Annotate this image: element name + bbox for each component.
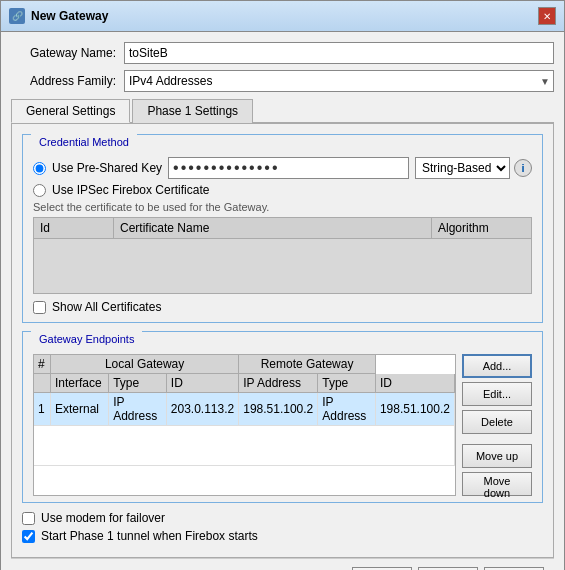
row-num: 1 bbox=[34, 393, 50, 426]
col-rid: ID bbox=[375, 374, 454, 393]
modem-failover-checkbox[interactable] bbox=[22, 512, 35, 525]
tab-general-content: Credential Method Use Pre-Shared Key Str… bbox=[11, 123, 554, 558]
cert-col-id: Id bbox=[34, 218, 114, 239]
empty-row bbox=[34, 426, 455, 466]
col-type: Type bbox=[109, 374, 167, 393]
cert-col-name: Certificate Name bbox=[114, 218, 432, 239]
row-rtype: IP Address bbox=[318, 393, 376, 426]
start-phase1-checkbox[interactable] bbox=[22, 530, 35, 543]
tab-phase1[interactable]: Phase 1 Settings bbox=[132, 99, 253, 123]
cert-description: Select the certificate to be used for th… bbox=[33, 201, 532, 213]
address-family-select[interactable]: IPv4 Addresses IPv6 Addresses bbox=[124, 70, 554, 92]
col-num-sub bbox=[34, 374, 50, 393]
row-interface: External bbox=[50, 393, 108, 426]
cert-empty-cell bbox=[34, 239, 532, 294]
start-phase1-label: Start Phase 1 tunnel when Firebox starts bbox=[41, 529, 258, 543]
info-button[interactable]: i bbox=[514, 159, 532, 177]
credential-section-title: Credential Method bbox=[31, 134, 137, 150]
psk-type-select[interactable]: String-Based Hex bbox=[415, 157, 510, 179]
dialog-footer: OK Cancel Help bbox=[11, 558, 554, 570]
start-phase1-row: Start Phase 1 tunnel when Firebox starts bbox=[22, 529, 543, 543]
modem-failover-label: Use modem for failover bbox=[41, 511, 165, 525]
show-all-row: Show All Certificates bbox=[33, 300, 532, 314]
show-all-label: Show All Certificates bbox=[52, 300, 161, 314]
gateway-name-label: Gateway Name: bbox=[11, 46, 116, 60]
col-id: ID bbox=[166, 374, 238, 393]
dialog-icon: 🔗 bbox=[9, 8, 25, 24]
col-interface: Interface bbox=[50, 374, 108, 393]
gateway-name-row: Gateway Name: bbox=[11, 42, 554, 64]
cert-radio[interactable] bbox=[33, 184, 46, 197]
show-all-checkbox[interactable] bbox=[33, 301, 46, 314]
table-row[interactable]: 1 External IP Address 203.0.113.2 198.51… bbox=[34, 393, 455, 426]
credential-section: Credential Method Use Pre-Shared Key Str… bbox=[22, 134, 543, 323]
delete-button[interactable]: Delete bbox=[462, 410, 532, 434]
move-up-button[interactable]: Move up bbox=[462, 444, 532, 468]
title-bar: 🔗 New Gateway ✕ bbox=[1, 1, 564, 32]
psk-input[interactable] bbox=[168, 157, 409, 179]
row-rid: 198.51.100.2 bbox=[375, 393, 454, 426]
col-rtype: Type bbox=[318, 374, 376, 393]
cert-table: Id Certificate Name Algorithm bbox=[33, 217, 532, 294]
endpoints-section-title: Gateway Endpoints bbox=[31, 331, 142, 347]
row-id: 203.0.113.2 bbox=[166, 393, 238, 426]
modem-failover-row: Use modem for failover bbox=[22, 511, 543, 525]
psk-radio[interactable] bbox=[33, 162, 46, 175]
cert-radio-row: Use IPSec Firebox Certificate bbox=[33, 183, 532, 197]
tab-general[interactable]: General Settings bbox=[11, 99, 130, 123]
psk-row: Use Pre-Shared Key String-Based Hex i bbox=[33, 157, 532, 179]
cert-radio-label: Use IPSec Firebox Certificate bbox=[52, 183, 209, 197]
gateway-name-input[interactable] bbox=[124, 42, 554, 64]
remote-gateway-header: Remote Gateway bbox=[239, 355, 376, 374]
address-family-label: Address Family: bbox=[11, 74, 116, 88]
endpoints-table-wrap: # Local Gateway Remote Gateway Interface… bbox=[33, 354, 456, 496]
add-button[interactable]: Add... bbox=[462, 354, 532, 378]
endpoints-section: Gateway Endpoints # Local Gateway Remote… bbox=[22, 331, 543, 503]
row-ip: 198.51.100.2 bbox=[239, 393, 318, 426]
cert-col-algo: Algorithm bbox=[432, 218, 532, 239]
col-hash: # bbox=[34, 355, 50, 374]
close-button[interactable]: ✕ bbox=[538, 7, 556, 25]
dialog-title: New Gateway bbox=[31, 9, 108, 23]
endpoints-table: # Local Gateway Remote Gateway Interface… bbox=[34, 355, 455, 466]
col-ip: IP Address bbox=[239, 374, 318, 393]
tabs: General Settings Phase 1 Settings bbox=[11, 98, 554, 123]
psk-label: Use Pre-Shared Key bbox=[52, 161, 162, 175]
new-gateway-dialog: 🔗 New Gateway ✕ Gateway Name: Address Fa… bbox=[0, 0, 565, 570]
row-type: IP Address bbox=[109, 393, 167, 426]
address-family-row: Address Family: IPv4 Addresses IPv6 Addr… bbox=[11, 70, 554, 92]
dialog-body: Gateway Name: Address Family: IPv4 Addre… bbox=[1, 32, 564, 570]
endpoints-buttons: Add... Edit... Delete Move up Move down bbox=[462, 354, 532, 496]
local-gateway-header: Local Gateway bbox=[50, 355, 238, 374]
edit-button[interactable]: Edit... bbox=[462, 382, 532, 406]
move-down-button[interactable]: Move down bbox=[462, 472, 532, 496]
